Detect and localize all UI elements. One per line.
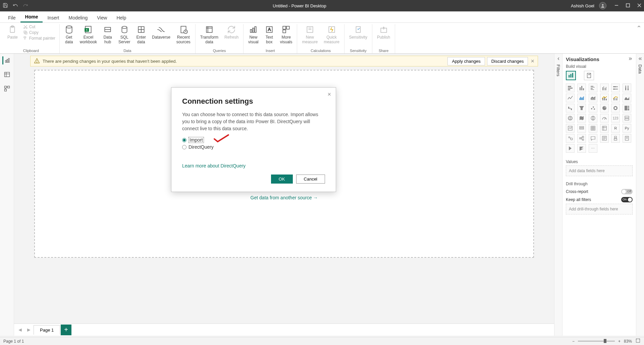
expand-data-icon[interactable]: [638, 56, 643, 62]
refresh-button[interactable]: Refresh: [222, 24, 240, 40]
zoom-in-icon[interactable]: +: [618, 339, 621, 344]
next-page-icon[interactable]: ►: [25, 327, 33, 333]
dialog-close-icon[interactable]: ×: [327, 91, 331, 98]
cancel-button[interactable]: Cancel: [296, 175, 325, 184]
redo-icon[interactable]: [23, 3, 28, 9]
user-avatar-icon[interactable]: [599, 2, 606, 9]
get-data-button[interactable]: Get data: [62, 24, 76, 45]
new-visual-button[interactable]: New visual: [246, 24, 261, 45]
tab-insert[interactable]: Insert: [43, 13, 64, 22]
viz-more-icon[interactable]: ⋯: [589, 144, 597, 153]
data-hub-button[interactable]: Data hub: [101, 24, 114, 45]
tab-view[interactable]: View: [92, 13, 112, 22]
recent-sources-button[interactable]: Recent sources: [174, 24, 193, 45]
viz-waterfall-icon[interactable]: [566, 104, 575, 112]
viz-pie-icon[interactable]: [600, 104, 609, 112]
add-page-button[interactable]: +: [61, 325, 71, 335]
copy-button[interactable]: Copy: [22, 30, 57, 35]
filters-rail[interactable]: Filters: [554, 54, 562, 336]
apply-changes-button[interactable]: Apply changes: [447, 57, 485, 65]
viz-card-icon[interactable]: 123: [611, 114, 620, 122]
cross-report-toggle[interactable]: Off: [621, 189, 633, 194]
keep-filters-toggle[interactable]: On: [621, 197, 633, 202]
format-painter-button[interactable]: Format painter: [22, 36, 57, 41]
discard-changes-button[interactable]: Discard changes: [487, 57, 528, 65]
viz-azure-map-icon[interactable]: [589, 114, 597, 122]
viz-gauge-icon[interactable]: [600, 114, 609, 122]
tab-modeling[interactable]: Modeling: [64, 13, 92, 22]
viz-ribbon-icon[interactable]: [623, 94, 631, 102]
viz-table-icon[interactable]: [589, 124, 597, 133]
tab-file[interactable]: File: [3, 13, 20, 22]
save-icon[interactable]: [3, 3, 8, 9]
viz-key-influencers-icon[interactable]: [566, 134, 575, 143]
undo-icon[interactable]: [13, 3, 18, 9]
minimize-icon[interactable]: [614, 3, 619, 8]
import-radio-row[interactable]: Import: [182, 137, 325, 143]
viz-stacked-bar-icon[interactable]: [566, 84, 575, 92]
viz-multirow-card-icon[interactable]: [623, 114, 631, 122]
viz-map-icon[interactable]: [566, 114, 575, 122]
viz-paginated-icon[interactable]: [623, 134, 631, 143]
viz-donut-icon[interactable]: [611, 104, 620, 112]
dataverse-button[interactable]: Dataverse: [150, 24, 172, 40]
fit-page-icon[interactable]: [635, 338, 641, 344]
data-rail[interactable]: Data: [636, 54, 644, 336]
viz-filled-map-icon[interactable]: [577, 114, 586, 122]
viz-100-bar-icon[interactable]: [611, 84, 620, 92]
excel-workbook-button[interactable]: XExcel workbook: [78, 24, 99, 45]
build-tab-icon[interactable]: [566, 71, 576, 80]
viz-line-clustered-icon[interactable]: [611, 94, 620, 102]
viz-matrix-icon[interactable]: [600, 124, 609, 133]
viz-line-column-icon[interactable]: [600, 94, 609, 102]
sensitivity-button[interactable]: Sensitivity: [347, 24, 369, 40]
close-warning-icon[interactable]: ×: [531, 58, 534, 65]
viz-treemap-icon[interactable]: [623, 104, 631, 112]
tab-help[interactable]: Help: [112, 13, 131, 22]
expand-viz-icon[interactable]: [628, 56, 633, 62]
directquery-radio-row[interactable]: DirectQuery: [182, 144, 325, 150]
values-well[interactable]: Add data fields here: [566, 165, 633, 176]
new-measure-button[interactable]: New measure: [300, 24, 320, 45]
directquery-radio[interactable]: [182, 145, 186, 149]
viz-line-icon[interactable]: [566, 94, 575, 102]
get-data-another-source-link[interactable]: Get data from another source →: [251, 195, 318, 200]
tab-home[interactable]: Home: [20, 12, 43, 22]
collapse-ribbon-icon[interactable]: [637, 24, 641, 30]
viz-funnel-icon[interactable]: [577, 104, 586, 112]
model-view-icon[interactable]: [3, 85, 11, 93]
user-name[interactable]: Ashish Goel: [571, 3, 594, 8]
sql-server-button[interactable]: SQL Server: [116, 24, 132, 45]
quick-measure-button[interactable]: Quick measure: [322, 24, 341, 45]
more-visuals-button[interactable]: More visuals: [278, 24, 294, 45]
learn-more-link[interactable]: Learn more about DirectQuery: [182, 163, 325, 168]
paste-button[interactable]: Paste: [5, 24, 20, 40]
drill-well[interactable]: Add drill-through fields here: [566, 204, 633, 214]
transform-data-button[interactable]: Transform data: [198, 24, 220, 45]
viz-r-icon[interactable]: R: [611, 124, 620, 133]
format-tab-icon[interactable]: [584, 71, 594, 80]
viz-slicer-icon[interactable]: [577, 124, 586, 133]
viz-goals-icon[interactable]: [611, 134, 620, 143]
publish-button[interactable]: Publish: [375, 24, 392, 40]
maximize-icon[interactable]: [626, 3, 630, 8]
viz-stacked-column-icon[interactable]: [577, 84, 586, 92]
enter-data-button[interactable]: Enter data: [134, 24, 148, 45]
zoom-slider[interactable]: [578, 341, 615, 342]
zoom-out-icon[interactable]: −: [572, 339, 575, 344]
page-tab-1[interactable]: Page 1: [34, 325, 60, 335]
viz-stacked-area-icon[interactable]: [589, 94, 597, 102]
text-box-button[interactable]: AText box: [263, 24, 276, 45]
viz-python-icon[interactable]: Py: [623, 124, 631, 133]
cut-button[interactable]: Cut: [22, 24, 57, 30]
ok-button[interactable]: OK: [271, 175, 293, 184]
viz-scatter-icon[interactable]: [589, 104, 597, 112]
expand-filters-icon[interactable]: [556, 56, 561, 62]
data-view-icon[interactable]: [3, 70, 11, 79]
prev-page-icon[interactable]: ◄: [16, 327, 24, 333]
viz-clustered-bar-icon[interactable]: [589, 84, 597, 92]
viz-powerapps-icon[interactable]: [566, 144, 575, 153]
viz-kpi-icon[interactable]: [566, 124, 575, 133]
viz-100-column-icon[interactable]: [623, 84, 631, 92]
viz-powerautom-icon[interactable]: [577, 144, 586, 153]
